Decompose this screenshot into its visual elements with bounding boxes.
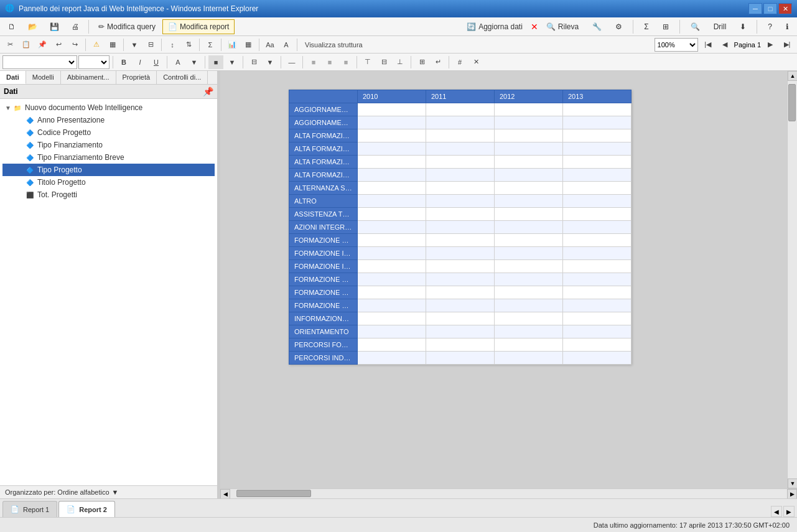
- maximize-button[interactable]: □: [763, 3, 777, 14]
- format-number[interactable]: #: [452, 55, 467, 69]
- tab-controlli[interactable]: Controlli di...: [157, 71, 208, 84]
- right-scrollbar[interactable]: ▲ ▼: [787, 71, 797, 488]
- tree-root-item[interactable]: ▼ 📁 Nuovo documento Web Intelligence: [2, 101, 215, 114]
- panel-footer[interactable]: Organizzato per: Ordine alfabetico ▼: [0, 485, 217, 498]
- aggiorna-dati-button[interactable]: 🔄 Aggiorna dati: [461, 19, 528, 34]
- border-down[interactable]: ▼: [263, 55, 277, 69]
- font-color-button[interactable]: A: [170, 55, 185, 69]
- settings-button[interactable]: ⚙: [610, 19, 628, 34]
- tools-button[interactable]: 🔧: [587, 19, 607, 34]
- tb-cut[interactable]: ✂: [2, 38, 17, 52]
- tb-undo[interactable]: ↩: [51, 38, 66, 52]
- tb-table[interactable]: ▦: [241, 38, 256, 52]
- zoom-select[interactable]: 100% 75% 150%: [655, 38, 698, 52]
- page-last[interactable]: ▶|: [780, 38, 795, 52]
- tb-warning[interactable]: ⚠: [89, 38, 104, 52]
- merge-button[interactable]: ⊞: [414, 55, 429, 69]
- scroll-right-button[interactable]: ▶: [787, 489, 797, 499]
- line-color-button[interactable]: —: [284, 55, 299, 69]
- tree-item-tipo-fin[interactable]: 🔷 Tipo Finanziamento: [2, 139, 215, 151]
- tab-abbinamenti[interactable]: Abbinament...: [61, 71, 116, 84]
- valign-top[interactable]: ⊤: [360, 55, 375, 69]
- formula-button[interactable]: Σ: [638, 19, 654, 34]
- tree-item-tipo-fin-breve[interactable]: 🔷 Tipo Finanziamento Breve: [2, 151, 215, 164]
- tb-sort2[interactable]: ⇅: [181, 38, 196, 52]
- scroll-left-button[interactable]: ◀: [220, 489, 230, 499]
- tab-prev-button[interactable]: ◀: [771, 506, 782, 517]
- scroll-up-button[interactable]: ▲: [788, 71, 797, 81]
- report-canvas[interactable]: 2010 2011 2012 2013 AGGIORNAMENTOAGGIORN…: [220, 71, 787, 488]
- data-cell: [358, 273, 426, 286]
- data-cell: [426, 234, 495, 247]
- bg-color-button[interactable]: ■: [208, 55, 223, 69]
- sep17: [302, 56, 303, 68]
- minimize-button[interactable]: ─: [748, 3, 762, 14]
- page-prev[interactable]: ◀: [717, 38, 732, 52]
- align-center[interactable]: ≡: [322, 55, 337, 69]
- font-color-down[interactable]: ▼: [187, 55, 202, 69]
- drill-icon-button[interactable]: ⬇: [734, 19, 752, 34]
- report-tab-1[interactable]: 📄 Report 1: [2, 501, 57, 517]
- modifica-query-button[interactable]: ✏ Modifica query: [93, 19, 161, 34]
- visualizza-struttura-button[interactable]: Visualizza struttura: [301, 38, 367, 52]
- tb-filter[interactable]: ▼: [127, 38, 142, 52]
- tree-item-titolo[interactable]: 🔷 Titolo Progetto: [2, 176, 215, 189]
- clear-format[interactable]: ✕: [468, 55, 483, 69]
- tb-sort[interactable]: ↕: [165, 38, 180, 52]
- modifica-report-button[interactable]: 📄 Modifica report: [162, 19, 235, 34]
- tab-dati[interactable]: Dati: [0, 71, 26, 84]
- tb-format[interactable]: Aa: [263, 38, 277, 52]
- tb-grid2[interactable]: ▦: [105, 38, 120, 52]
- close-button[interactable]: ✕: [778, 3, 792, 14]
- tab-next-button[interactable]: ▶: [783, 506, 795, 517]
- window-title: Pannello dei report Java di Web Intellig…: [19, 4, 748, 13]
- underline-button[interactable]: U: [149, 55, 164, 69]
- valign-mid[interactable]: ⊟: [376, 55, 391, 69]
- search-button[interactable]: 🔍: [685, 19, 706, 34]
- scroll-down-button[interactable]: ▼: [788, 478, 797, 488]
- wrap-button[interactable]: ↵: [431, 55, 445, 69]
- grid-button[interactable]: ⊞: [657, 19, 674, 34]
- font-size-select[interactable]: [78, 55, 110, 69]
- tb-copy[interactable]: 📋: [19, 38, 34, 52]
- print-button[interactable]: 🖨: [66, 19, 85, 34]
- tb-chart[interactable]: 📊: [225, 38, 240, 52]
- info-button[interactable]: ℹ: [780, 19, 795, 34]
- tree-item-codice[interactable]: 🔷 Codice Progetto: [2, 126, 215, 139]
- font-name-select[interactable]: [2, 55, 77, 69]
- page-next[interactable]: ▶: [763, 38, 778, 52]
- align-right[interactable]: ≡: [338, 55, 353, 69]
- bg-color-down[interactable]: ▼: [225, 55, 240, 69]
- scroll-track-h[interactable]: [230, 489, 787, 498]
- rileva-button[interactable]: 🔍 Rileva: [541, 19, 584, 34]
- pin-icon[interactable]: 📌: [203, 86, 213, 96]
- bold-button[interactable]: B: [116, 55, 131, 69]
- report-tab-2[interactable]: 📄 Report 2: [58, 501, 115, 517]
- align-left[interactable]: ≡: [306, 55, 321, 69]
- tb-filter2[interactable]: ⊟: [143, 38, 158, 52]
- tb-redo[interactable]: ↪: [67, 38, 82, 52]
- report1-icon: 📄: [11, 505, 19, 513]
- tab-proprieta[interactable]: Proprietà: [116, 71, 157, 84]
- table-row: ORIENTAMENTO: [289, 325, 632, 338]
- save-button[interactable]: 💾: [44, 19, 65, 34]
- scroll-track-v[interactable]: [788, 81, 797, 478]
- help-button[interactable]: ?: [762, 19, 778, 34]
- tree-item-tot[interactable]: ⬛ Tot. Progetti: [2, 189, 215, 201]
- scroll-thumb-v[interactable]: [788, 84, 796, 121]
- tree-item-anno[interactable]: 🔷 Anno Presentazione: [2, 114, 215, 126]
- hscrollbar[interactable]: ◀ ▶: [220, 488, 797, 498]
- tb-sum[interactable]: Σ: [203, 38, 218, 52]
- open-button[interactable]: 📂: [22, 19, 43, 34]
- tab-modelli[interactable]: Modelli: [26, 71, 61, 84]
- page-first[interactable]: |◀: [701, 38, 715, 52]
- border-button[interactable]: ⊟: [246, 55, 261, 69]
- tb-format2[interactable]: A: [279, 38, 294, 52]
- drill-button[interactable]: Drill: [708, 19, 732, 34]
- scroll-thumb-h[interactable]: [236, 490, 311, 497]
- italic-button[interactable]: I: [133, 55, 147, 69]
- tree-item-tipo-prog[interactable]: 🔷 Tipo Progetto: [2, 164, 215, 176]
- tb-paste[interactable]: 📌: [35, 38, 50, 52]
- valign-bot[interactable]: ⊥: [393, 55, 408, 69]
- new-button[interactable]: 🗋: [2, 19, 21, 34]
